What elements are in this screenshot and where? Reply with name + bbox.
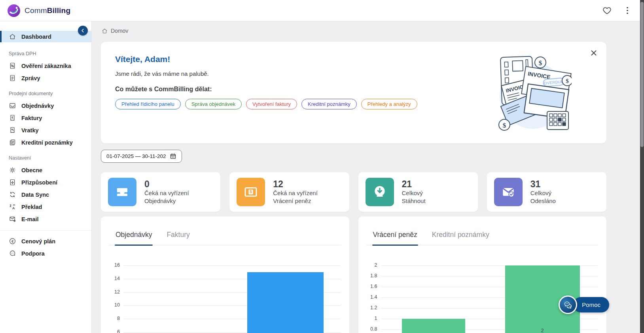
- stat-label-line2: Stáhnout: [402, 197, 426, 205]
- y-axis-tick: 8: [104, 316, 120, 321]
- sidebar-item-p-eklad[interactable]: žAPřeklad: [0, 201, 91, 213]
- top-bar: CommBilling: [0, 0, 644, 21]
- mail-gear-icon: [9, 215, 16, 223]
- svg-text:$: $: [566, 78, 569, 84]
- sidebar-section-title: Správa DPH: [0, 45, 91, 59]
- y-axis-tick: 14: [104, 276, 120, 281]
- chart-tabs: ObjednávkyFaktury: [109, 231, 341, 245]
- stat-text: 12Čeká na vyřízeníVrácení peněz: [273, 179, 318, 205]
- sidebar-section-title: Prodejní dokumenty: [0, 85, 91, 99]
- svg-text:$: $: [503, 122, 506, 129]
- feature-tag-vytvo-en-faktury[interactable]: Vytvoření faktury: [246, 99, 297, 109]
- stat-text: 0Čeká na vyřízeníObjednávky: [144, 179, 189, 205]
- sidebar-item-label: Dashboard: [21, 34, 51, 40]
- chevron-left-icon: [80, 28, 85, 33]
- feature-tag-p-ehled-dic-ho-panelu[interactable]: Přehled řídicího panelu: [115, 99, 181, 109]
- sidebar-item-obecne[interactable]: Obecne: [0, 164, 91, 176]
- tab-objedn-vky[interactable]: Objednávky: [115, 231, 153, 245]
- bill-stat-icon: $: [237, 178, 265, 206]
- home-icon: [102, 28, 108, 34]
- date-range-picker[interactable]: 01-07-2025 — 30-11-202: [101, 150, 182, 163]
- sidebar-item-label: Faktury: [21, 115, 42, 121]
- stat-label-line1: Čeká na vyřízení: [144, 189, 189, 197]
- scrollbar-thumb[interactable]: [640, 2, 644, 147]
- sidebar-item-label: Cenový plán: [21, 238, 55, 245]
- main-content: Domov Vítejte, Adam! Jsme rádi, že vás m…: [92, 21, 644, 333]
- sidebar-item-zpr-vy[interactable]: Zprávy: [0, 72, 91, 84]
- stats-row: 0Čeká na vyřízeníObjednávky$12Čeká na vy…: [101, 172, 606, 212]
- sidebar-item-e-mail[interactable]: E-mail: [0, 213, 91, 225]
- sidebar-item-label: Objednávky: [21, 103, 54, 109]
- sidebar-item-ov-en-z-kazn-ka[interactable]: Ověření zákazníka: [0, 60, 91, 71]
- tab-vr-cen-pen-z[interactable]: Vrácení peněz: [372, 231, 418, 245]
- sidebar-item-cenov-pl-n[interactable]: €Cenový plán: [0, 235, 91, 247]
- chat-bubbles-icon: [559, 295, 577, 314]
- sidebar-item-dashboard[interactable]: Dashboard: [0, 31, 91, 42]
- feature-tag-kreditn-pozn-mky[interactable]: Kreditní poznámky: [301, 99, 357, 109]
- sidebar-item-vratky[interactable]: Vratky: [0, 124, 91, 136]
- help-button[interactable]: Pomoc: [559, 295, 609, 314]
- translate-icon: žA: [9, 203, 16, 211]
- stat-card-objedn-vky: 0Čeká na vyřízeníObjednávky: [101, 172, 220, 212]
- stat-text: 31CelkovýOdesláno: [530, 179, 556, 205]
- y-axis-tick: 1.4: [362, 294, 377, 300]
- doc-lines-icon: [9, 74, 16, 82]
- sidebar-item-podpora[interactable]: Podpora: [0, 248, 91, 259]
- svg-text:ž: ž: [10, 204, 12, 208]
- stat-label-line2: Vrácení peněz: [273, 197, 318, 205]
- refunds-chart-card: Vrácení penězKreditní poznámky21.81.61.4…: [358, 216, 607, 333]
- more-options-button[interactable]: [623, 6, 631, 16]
- page-scrollbar[interactable]: [640, 0, 644, 333]
- sidebar-menu: DashboardSpráva DPHOvěření zákazníkaZprá…: [0, 31, 91, 259]
- welcome-card: Vítejte, Adam! Jsme rádi, že vás máme na…: [101, 42, 606, 143]
- home-icon: [9, 33, 16, 40]
- stat-label-line1: Čeká na vyřízení: [273, 189, 318, 197]
- y-axis-tick: 10: [104, 302, 120, 308]
- sync-icon: [9, 191, 16, 198]
- chart-bar[interactable]: [247, 272, 324, 333]
- close-icon: [591, 50, 597, 56]
- stat-label-line1: Celkový: [402, 189, 426, 197]
- kebab-menu-icon: [627, 7, 628, 14]
- sidebar-item-faktury[interactable]: €Faktury: [0, 112, 91, 124]
- y-axis-tick: 1.6: [362, 284, 377, 289]
- sidebar-item-objedn-vky[interactable]: Objednávky: [0, 100, 91, 111]
- charts-row: ObjednávkyFaktury1614121086420 Vrácení p…: [101, 216, 606, 333]
- date-range-value: 01-07-2025 — 30-11-202: [106, 153, 166, 159]
- y-axis-tick: 2: [362, 262, 377, 268]
- topbar-actions: [601, 5, 637, 16]
- favorites-button[interactable]: [601, 5, 613, 16]
- sidebar-item-data-sync[interactable]: Data Sync: [0, 189, 91, 200]
- welcome-close-button[interactable]: [589, 48, 599, 58]
- brand: CommBilling: [7, 4, 70, 17]
- sidebar-item-label: E-mail: [21, 216, 39, 222]
- support-icon: [9, 250, 16, 257]
- svg-text:$: $: [250, 189, 252, 194]
- feature-tag-spr-va-objedn-vek[interactable]: Správa objednávek: [185, 99, 242, 109]
- chart-gridline: [124, 265, 341, 266]
- sidebar-item-label: Překlad: [21, 204, 42, 210]
- stat-label-line2: Odesláno: [530, 197, 556, 205]
- receipt-return-icon: [9, 126, 16, 134]
- y-axis-tick: 1.8: [362, 273, 377, 278]
- sidebar-collapse-button[interactable]: [78, 26, 88, 36]
- sidebar-item-kreditn-pozn-mky[interactable]: Kreditní poznámky: [0, 137, 91, 148]
- sidebar-item-label: Data Sync: [21, 192, 49, 198]
- sidebar: DashboardSpráva DPHOvěření zákazníkaZprá…: [0, 21, 92, 333]
- sidebar-item-p-izp-soben-[interactable]: Přizpůsobení: [0, 177, 91, 188]
- sidebar-item-label: Podpora: [21, 250, 45, 257]
- sidebar-item-label: Vratky: [21, 127, 39, 134]
- chart-bar[interactable]: [402, 319, 465, 333]
- tab-faktury[interactable]: Faktury: [166, 231, 190, 245]
- brand-comm: Comm: [25, 6, 47, 15]
- invoices-illustration: $ INVOIC INVOICE OVERDUE: [492, 49, 572, 137]
- sidebar-item-label: Kreditní poznámky: [21, 139, 73, 146]
- stat-value: 0: [144, 179, 189, 189]
- breadcrumb[interactable]: Domov: [102, 28, 606, 34]
- feature-tag-p-ehledy-a-anal-zy[interactable]: Přehledy a analýzy: [361, 99, 417, 109]
- sidebar-item-label: Přizpůsobení: [21, 179, 57, 186]
- tab-kreditn-pozn-mky[interactable]: Kreditní poznámky: [431, 231, 490, 245]
- mail-stat-icon: [494, 178, 523, 206]
- euro-circle-icon: €: [9, 237, 16, 245]
- heart-icon: [602, 6, 612, 15]
